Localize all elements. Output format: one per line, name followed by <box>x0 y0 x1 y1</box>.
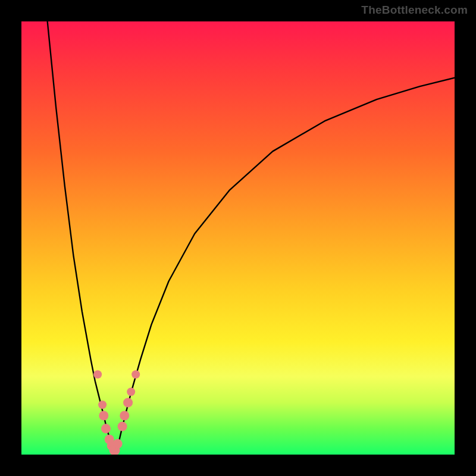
marker-point <box>120 411 129 420</box>
marker-point <box>131 370 140 378</box>
marker-point <box>99 411 108 420</box>
watermark-text: TheBottleneck.com <box>361 4 468 17</box>
marker-point <box>123 398 133 408</box>
plot-area <box>21 21 455 455</box>
chart-frame: TheBottleneck.com <box>0 0 476 476</box>
marker-point <box>127 387 135 396</box>
curve-right-branch <box>116 78 455 450</box>
marker-point <box>101 424 111 433</box>
curve-overlay <box>21 21 455 455</box>
marker-point <box>93 370 102 378</box>
marker-point <box>113 439 123 449</box>
curve-left-branch <box>48 21 113 450</box>
marker-point <box>118 422 127 431</box>
marker-point <box>98 400 107 409</box>
